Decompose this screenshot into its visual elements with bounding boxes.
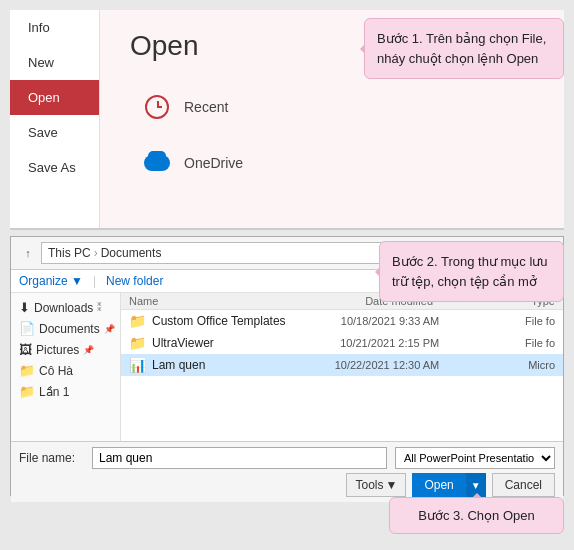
main-container: Info New Open Save Save As Open Recent	[0, 0, 574, 550]
callout-1-text: Bước 1. Trên bảng chọn File, nháy chuột …	[377, 31, 546, 66]
nav-downloads-label: Downloads	[34, 301, 93, 315]
sidebar-item-new[interactable]: New	[10, 45, 99, 80]
sidebar-item-saveas[interactable]: Save As	[10, 150, 99, 185]
path-thispc: This PC	[48, 246, 91, 260]
file-date-0: 10/18/2021 9:33 AM	[296, 315, 448, 327]
onedrive-icon	[142, 148, 172, 178]
toolbar-separator: |	[93, 274, 96, 288]
nav-documents-label: Documents	[39, 322, 100, 336]
tools-button[interactable]: Tools ▼	[346, 473, 406, 497]
new-folder-button[interactable]: New folder	[106, 274, 163, 288]
callout-1: Bước 1. Trên bảng chọn File, nháy chuột …	[364, 18, 564, 79]
path-sep1: ›	[94, 246, 98, 260]
nav-coha-label: Cô Hà	[39, 364, 73, 378]
download-icon: ⬇	[19, 300, 30, 315]
file-icon-2: 📊	[129, 357, 146, 373]
clock-icon	[142, 92, 172, 122]
nav-item-lan1[interactable]: 📁 Lần 1	[11, 381, 120, 402]
file-name-0: Custom Office Templates	[152, 314, 296, 328]
nav-up-button[interactable]: ↑	[19, 244, 37, 262]
sidebar-item-save[interactable]: Save	[10, 115, 99, 150]
file-row-0[interactable]: 📁 Custom Office Templates 10/18/2021 9:3…	[121, 310, 563, 332]
col-header-name: Name	[129, 295, 281, 307]
nav-lan1-label: Lần 1	[39, 385, 69, 399]
folder-coha-icon: 📁	[19, 363, 35, 378]
filename-row: File name: All PowerPoint Presentations	[19, 447, 555, 469]
file-date-1: 10/21/2021 2:15 PM	[296, 337, 448, 349]
sidebar-item-open[interactable]: Open	[10, 80, 99, 115]
nav-pin-pictures: 📌	[83, 345, 94, 355]
folder-lan1-icon: 📁	[19, 384, 35, 399]
left-nav: ⬇ Downloads ⁑ 📄 Documents 📌 🖼 Pictures 📌	[11, 293, 121, 441]
nav-item-coha[interactable]: 📁 Cô Hà	[11, 360, 120, 381]
path-documents: Documents	[101, 246, 162, 260]
file-list-container: ⬇ Downloads ⁑ 📄 Documents 📌 🖼 Pictures 📌	[11, 293, 563, 441]
file-name-1: UltraViewer	[152, 336, 296, 350]
nav-item-downloads[interactable]: ⬇ Downloads ⁑	[11, 297, 120, 318]
nav-item-pictures[interactable]: 🖼 Pictures 📌	[11, 339, 120, 360]
nav-arrow-downloads: ⁑	[97, 303, 102, 313]
callout-3-text: Bước 3. Chọn Open	[418, 508, 535, 523]
tools-arrow-icon: ▼	[385, 478, 397, 492]
file-sidebar: Info New Open Save Save As	[10, 10, 100, 228]
file-icon-1: 📁	[129, 335, 146, 351]
organize-button[interactable]: Organize ▼	[19, 274, 83, 288]
filename-label: File name:	[19, 451, 84, 465]
file-type-1: File fo	[447, 337, 555, 349]
open-onedrive-option[interactable]: OneDrive	[130, 138, 534, 188]
sidebar-item-info[interactable]: Info	[10, 10, 99, 45]
nav-item-documents[interactable]: 📄 Documents 📌	[11, 318, 120, 339]
file-table: Name Date modified Type 📁 Custom Office …	[121, 293, 563, 441]
top-section: Info New Open Save Save As Open Recent	[10, 10, 564, 230]
file-type-0: File fo	[447, 315, 555, 327]
open-recent-option[interactable]: Recent	[130, 82, 534, 132]
documents-icon: 📄	[19, 321, 35, 336]
file-type-2: Micro	[447, 359, 555, 371]
open-btn-main[interactable]: Open	[412, 473, 465, 497]
pictures-icon: 🖼	[19, 342, 32, 357]
nav-pin-documents: 📌	[104, 324, 115, 334]
callout-3: Bước 3. Chọn Open	[389, 497, 564, 535]
file-name-2: Lam quen	[152, 358, 296, 372]
file-icon-0: 📁	[129, 313, 146, 329]
tools-label: Tools	[355, 478, 383, 492]
file-dialog-wrapper: ↑ This PC › Documents 🔍 Organize ▼ | New…	[10, 236, 564, 496]
callout-2: Bước 2. Trong thư mục lưu trữ tệp, chọn …	[379, 241, 564, 302]
nav-pictures-label: Pictures	[36, 343, 79, 357]
recent-label: Recent	[184, 99, 228, 115]
filetype-select[interactable]: All PowerPoint Presentations	[395, 447, 555, 469]
file-date-2: 10/22/2021 12:30 AM	[296, 359, 448, 371]
onedrive-label: OneDrive	[184, 155, 243, 171]
filename-input[interactable]	[92, 447, 387, 469]
file-row-1[interactable]: 📁 UltraViewer 10/21/2021 2:15 PM File fo	[121, 332, 563, 354]
callout-2-text: Bước 2. Trong thư mục lưu trữ tệp, chọn …	[392, 254, 548, 289]
cancel-button[interactable]: Cancel	[492, 473, 555, 497]
file-row-2[interactable]: 📊 Lam quen 10/22/2021 12:30 AM Micro	[121, 354, 563, 376]
